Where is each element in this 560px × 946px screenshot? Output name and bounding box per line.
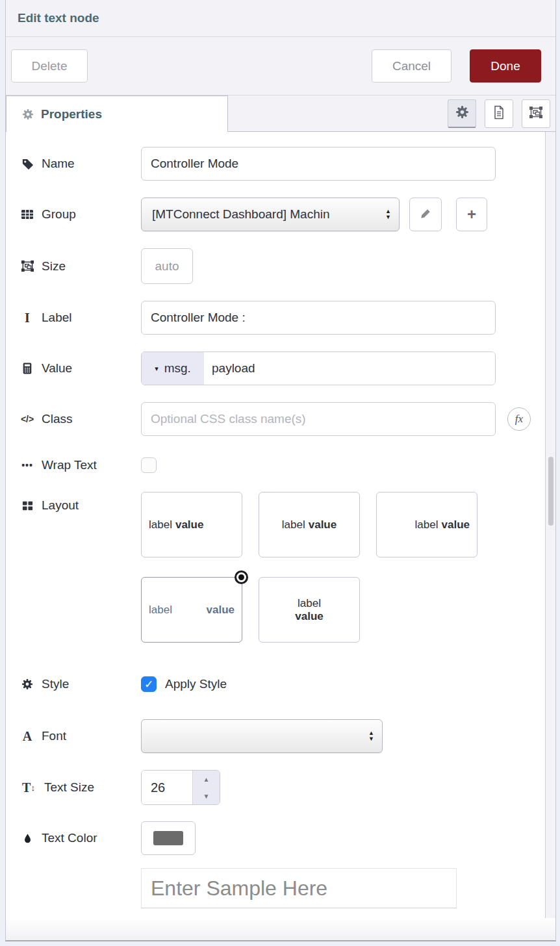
apply-style-checkbox[interactable]: ✓ — [141, 676, 157, 692]
select-arrows-icon: ▲ ▼ — [385, 209, 391, 220]
sample-row — [141, 868, 545, 908]
arrow-up-icon: ▲ — [203, 776, 210, 783]
edit-text-node-dialog: Edit text node Delete Cancel Done Proper… — [0, 0, 560, 946]
name-input[interactable] — [141, 147, 496, 181]
layout-option-label: label — [149, 518, 172, 531]
cancel-button[interactable]: Cancel — [372, 49, 452, 83]
layout-options-row-2: label value label value — [141, 577, 477, 643]
scrollbar-gutter — [545, 132, 555, 918]
fx-icon: fx — [515, 413, 523, 426]
class-input[interactable] — [141, 402, 496, 436]
arrow-down-icon: ▼ — [385, 214, 391, 220]
calculator-icon — [20, 363, 34, 374]
layout-options: label value label value label value — [141, 492, 477, 675]
plus-icon: + — [467, 205, 476, 224]
dialog-header: Edit text node — [6, 0, 555, 37]
layout-field-label: Layout — [20, 492, 141, 513]
apply-style-label: Apply Style — [165, 677, 227, 691]
pencil-icon — [420, 207, 432, 222]
delete-button[interactable]: Delete — [11, 49, 88, 83]
tag-icon — [20, 158, 34, 170]
edit-group-button[interactable] — [409, 198, 442, 231]
layout-option-left[interactable]: label value — [141, 492, 242, 557]
name-row: Name — [20, 147, 545, 181]
properties-form: Name Group [MTConnect Dashboard] Machin … — [6, 132, 545, 918]
label-row: I Label — [20, 301, 545, 335]
document-icon — [492, 105, 506, 122]
layout-row: Layout label value label value label — [20, 492, 545, 675]
layout-option-label: label — [298, 597, 321, 610]
appearance-view-button[interactable] — [522, 99, 550, 128]
text-size-t: T — [22, 780, 31, 795]
dialog-title: Edit text node — [18, 11, 99, 25]
style-label-text: Style — [42, 677, 69, 691]
select-arrows-icon: ▲ ▼ — [368, 730, 374, 742]
value-label-text: Value — [42, 361, 72, 376]
layout-option-value: value — [175, 518, 203, 531]
font-row: A Font ▲ ▼ — [20, 719, 545, 753]
style-field-label: Style — [20, 677, 141, 691]
label-input[interactable] — [141, 301, 496, 335]
text-size-row: T↕ Text Size ▲ ▼ — [20, 770, 545, 805]
layout-label-text: Layout — [42, 498, 79, 513]
text-color-row: Text Color — [20, 821, 545, 855]
label-field-label: I Label — [20, 311, 141, 326]
text-size-input[interactable] — [142, 771, 192, 804]
arrow-down-icon: ▼ — [203, 793, 210, 800]
text-cursor-icon: I — [20, 311, 34, 326]
color-swatch — [153, 831, 183, 845]
description-view-button[interactable] — [485, 99, 513, 128]
wrap-text-checkbox[interactable] — [141, 457, 157, 473]
typed-input-type-label: msg. — [164, 361, 191, 376]
text-height-icon: T↕ — [20, 780, 37, 795]
add-group-button[interactable]: + — [456, 198, 487, 231]
size-auto-button[interactable]: auto — [141, 248, 193, 284]
text-color-label-text: Text Color — [42, 831, 97, 845]
spinner-down-button[interactable]: ▼ — [193, 787, 220, 804]
label-label-text: Label — [42, 311, 72, 325]
wrap-text-label-text: Wrap Text — [42, 458, 97, 472]
object-group-icon — [20, 259, 34, 273]
sample-text-input[interactable] — [141, 868, 457, 908]
text-color-field-label: Text Color — [20, 831, 141, 845]
properties-view-button[interactable] — [448, 99, 476, 128]
droplet-icon — [20, 833, 34, 844]
scrollbar-thumb[interactable] — [548, 457, 554, 526]
font-field-label: A Font — [20, 729, 141, 744]
object-group-icon — [529, 105, 543, 122]
size-field-label: Size — [20, 259, 141, 274]
spinner-up-button[interactable]: ▲ — [193, 771, 220, 787]
layout-option-right[interactable]: label value — [376, 492, 477, 557]
done-button[interactable]: Done — [470, 49, 541, 83]
typed-input-type-button[interactable]: ▾ msg. — [142, 352, 204, 385]
size-row: Size auto — [20, 248, 545, 284]
layout-option-label: label — [415, 518, 439, 531]
value-input[interactable] — [204, 352, 495, 385]
layout-option-stacked[interactable]: label value — [259, 577, 360, 643]
gear-icon — [455, 105, 469, 121]
font-select[interactable]: ▲ ▼ — [141, 719, 383, 753]
name-field-label: Name — [20, 157, 141, 171]
tab-properties[interactable]: Properties — [6, 96, 228, 132]
group-select[interactable]: [MTConnect Dashboard] Machin ▲ ▼ — [141, 198, 400, 231]
layout-option-center[interactable]: label value — [259, 492, 360, 557]
layout-option-spread-selected[interactable]: label value — [141, 577, 242, 643]
value-field-label: Value — [20, 361, 141, 376]
layout-option-value: value — [442, 518, 470, 531]
dialog-footer — [6, 918, 555, 940]
spinner-buttons: ▲ ▼ — [192, 771, 220, 804]
dialog-body: Name Group [MTConnect Dashboard] Machin … — [6, 132, 555, 918]
caret-down-icon: ▾ — [155, 364, 159, 373]
font-label-text: Font — [42, 729, 66, 743]
tab-bar: Properties — [6, 96, 555, 132]
dialog-toolbar: Delete Cancel Done — [6, 37, 555, 96]
selected-radio-icon — [235, 570, 248, 584]
fx-expand-button[interactable]: fx — [507, 407, 531, 431]
group-field-label: Group — [20, 207, 141, 222]
class-label-text: Class — [42, 412, 73, 426]
up-down-arrow-icon: ↕ — [31, 783, 35, 793]
typed-input: ▾ msg. — [141, 352, 496, 385]
text-color-picker-button[interactable] — [141, 821, 196, 855]
check-icon: ✓ — [144, 678, 153, 691]
dialog-frame: Edit text node Delete Cancel Done Proper… — [5, 0, 556, 941]
